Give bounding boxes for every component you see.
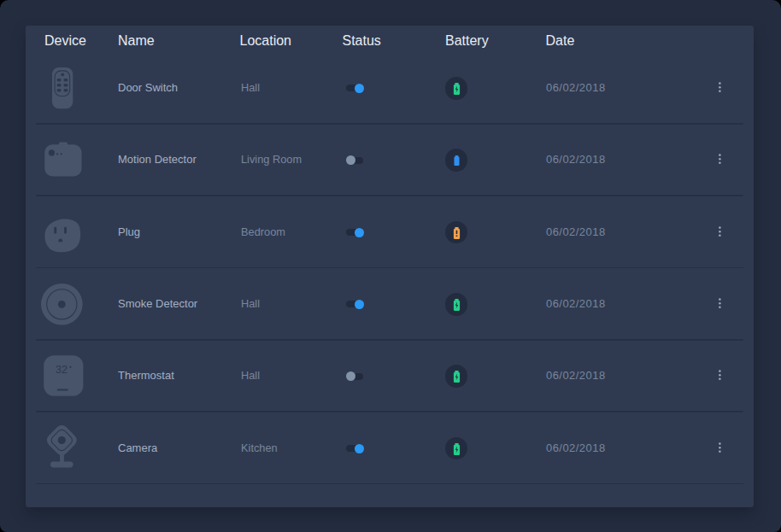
svg-text:32: 32 <box>56 364 68 376</box>
